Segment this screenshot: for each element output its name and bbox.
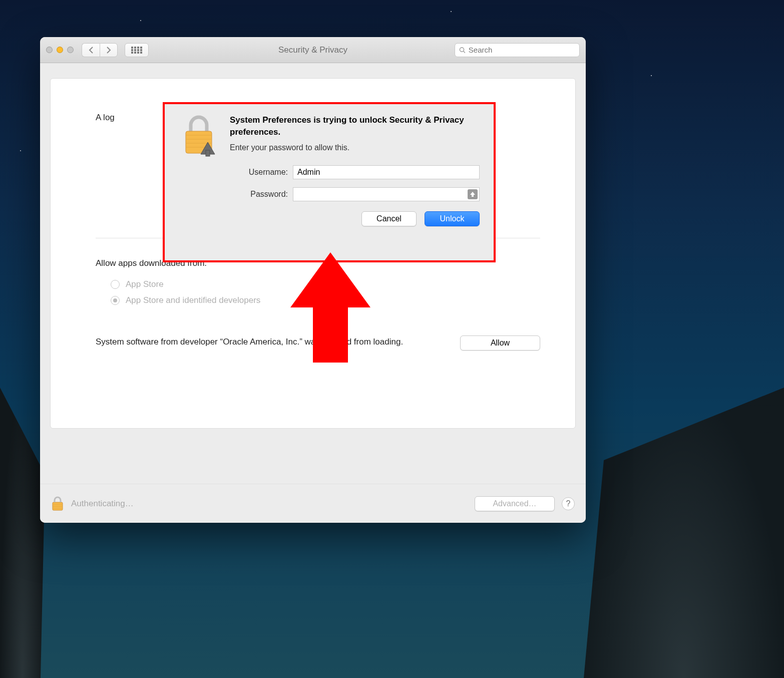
- zoom-window-button[interactable]: [67, 47, 74, 53]
- auth-status-label: Authenticating…: [71, 499, 134, 509]
- forward-button[interactable]: [100, 43, 118, 57]
- svg-point-12: [460, 47, 464, 51]
- svg-line-13: [464, 51, 465, 53]
- annotation-arrow-icon: [290, 252, 370, 363]
- search-input[interactable]: [469, 46, 575, 54]
- search-field-wrap[interactable]: [455, 43, 580, 57]
- help-button[interactable]: ?: [562, 497, 575, 510]
- svg-rect-5: [134, 49, 136, 51]
- svg-rect-6: [137, 49, 139, 51]
- close-window-button[interactable]: [46, 47, 53, 53]
- username-input[interactable]: [293, 165, 480, 179]
- svg-rect-7: [140, 49, 142, 51]
- svg-rect-3: [140, 47, 142, 49]
- svg-rect-9: [134, 52, 136, 54]
- radio-icon: [111, 280, 120, 289]
- username-label: Username:: [230, 168, 288, 177]
- search-icon: [459, 47, 466, 54]
- window-controls: [46, 47, 74, 53]
- svg-rect-4: [131, 49, 133, 51]
- back-button[interactable]: [82, 43, 100, 57]
- nav-buttons: [82, 43, 118, 57]
- cancel-button[interactable]: Cancel: [361, 211, 417, 226]
- svg-rect-8: [131, 52, 133, 54]
- caps-lock-icon: [468, 189, 478, 199]
- svg-rect-10: [137, 52, 139, 54]
- background-rocks-left: [0, 388, 45, 678]
- password-input[interactable]: [293, 187, 480, 201]
- radio-icon: [111, 296, 120, 305]
- auth-dialog-subtitle: Enter your password to allow this.: [230, 143, 480, 152]
- svg-rect-0: [131, 47, 133, 49]
- unlock-button[interactable]: Unlock: [425, 211, 480, 226]
- radio-app-store-label: App Store: [126, 279, 164, 289]
- show-all-button[interactable]: [125, 43, 149, 57]
- lock-icon[interactable]: [51, 496, 64, 511]
- titlebar: Security & Privacy: [40, 37, 586, 63]
- svg-rect-24: [206, 150, 210, 156]
- auth-dialog-title: System Preferences is trying to unlock S…: [230, 114, 480, 138]
- radio-identified-label: App Store and identified developers: [126, 295, 260, 305]
- advanced-button[interactable]: Advanced…: [475, 496, 555, 511]
- allow-button[interactable]: Allow: [460, 335, 540, 351]
- preferences-window: Security & Privacy A log Allow apps down…: [40, 37, 586, 523]
- window-footer: Authenticating… Advanced… ?: [40, 484, 586, 523]
- background-rocks-right: [584, 388, 784, 678]
- svg-rect-1: [134, 47, 136, 49]
- auth-lock-icon: [179, 114, 219, 226]
- minimize-window-button[interactable]: [57, 47, 63, 53]
- password-label: Password:: [230, 190, 288, 199]
- svg-marker-25: [290, 252, 370, 363]
- auth-dialog: System Preferences is trying to unlock S…: [163, 102, 496, 262]
- svg-rect-2: [137, 47, 139, 49]
- svg-rect-11: [140, 52, 142, 54]
